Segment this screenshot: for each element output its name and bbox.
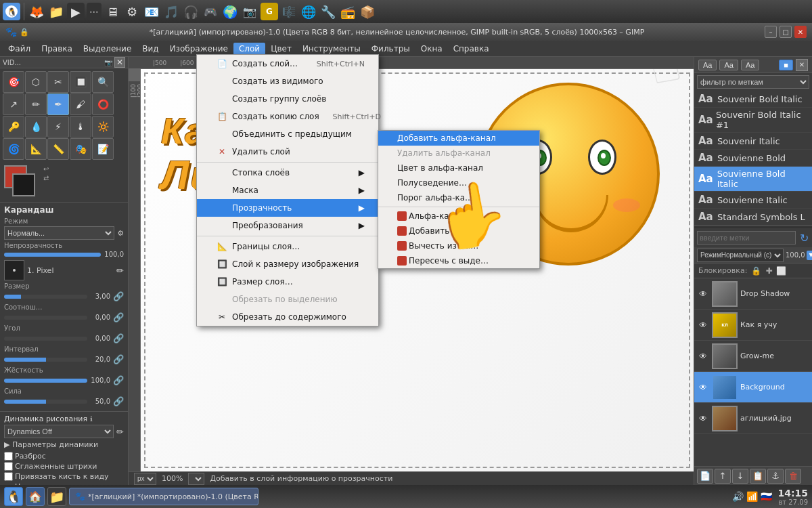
tool-2[interactable]: ⬡ — [25, 71, 47, 93]
font-item-4[interactable]: Aa Souvienne Bold Italic — [694, 167, 812, 192]
menu-image[interactable]: Изображение — [164, 43, 233, 55]
layer-dropdown-menu[interactable]: 📄 Создать слой… Shift+Ctrl+N Создать из … — [196, 57, 379, 326]
layer-item-3[interactable]: 👁 Background — [694, 372, 812, 403]
scatter-checkbox[interactable] — [4, 452, 13, 461]
interval-slider[interactable] — [4, 358, 87, 362]
font-tag-input[interactable] — [697, 231, 796, 245]
radio-icon[interactable]: 📻 — [339, 3, 357, 20]
more-icon[interactable]: ⋯ — [87, 3, 102, 20]
tb-browser-btn[interactable]: 📁 — [47, 487, 66, 506]
layer-new-btn[interactable]: 📄 — [697, 469, 713, 484]
hardness-extra[interactable]: 🔗 — [113, 375, 124, 385]
layer-eye-1[interactable]: 👁 — [697, 319, 709, 331]
layer-eye-4[interactable]: 👁 — [697, 412, 709, 425]
sub-intersect-sel[interactable]: Пересечь с выде… — [378, 253, 539, 268]
tool-9[interactable]: 🖌 — [70, 93, 91, 115]
maximize-button[interactable]: □ — [780, 26, 792, 38]
layer-eye-2[interactable]: 👁 — [697, 350, 709, 362]
menu-edit[interactable]: Правка — [36, 43, 78, 55]
menu-layer-bounds[interactable]: 📐 Границы слоя… — [197, 238, 378, 255]
pkg-icon[interactable]: 📦 — [359, 3, 376, 20]
toolbox-close-btn[interactable]: ✕ — [114, 57, 125, 68]
layer-raise-btn[interactable]: ↑ — [715, 469, 731, 484]
tool-3[interactable]: ✂ — [47, 71, 69, 93]
settings-icon[interactable]: 🔧 — [319, 3, 337, 20]
font-item-3[interactable]: Aa Souvienne Bold — [694, 150, 812, 167]
taskbar-gimp-task[interactable]: 🐾 *[аглицкий] *(импортировано)-1.0 (Цвет… — [69, 488, 258, 505]
email-icon[interactable]: 📧 — [143, 3, 160, 20]
tool-7[interactable]: ✏ — [25, 93, 47, 115]
layer-eye-3[interactable]: 👁 — [697, 381, 709, 394]
font-btn-1[interactable]: Aa — [698, 60, 717, 70]
audio-icon[interactable]: 🎧 — [182, 3, 200, 20]
menu-help[interactable]: Справка — [448, 43, 495, 55]
tray-flag-icon[interactable]: 🇷🇺 — [761, 491, 772, 502]
tool-13[interactable]: ⚡ — [47, 116, 69, 137]
close-button[interactable]: ✕ — [794, 26, 807, 38]
mode-extra-btn[interactable]: ⚙ — [117, 229, 124, 238]
sub-threshold-alpha[interactable]: Порог альфа-ка… — [378, 190, 539, 205]
swap-colors-btn[interactable]: ⇄ — [43, 174, 49, 182]
layers-mode-select[interactable]: РежимНормальный (с) — [697, 249, 784, 262]
angle-slider[interactable] — [4, 337, 87, 341]
layer-anchor-btn[interactable]: ⚓ — [767, 469, 784, 484]
browser-icon[interactable]: 🌐 — [300, 3, 317, 20]
ratio-extra[interactable]: 🔗 — [113, 312, 124, 322]
menu-view[interactable]: Вид — [137, 43, 164, 55]
menu-create-group[interactable]: Создать группу слоёв — [197, 90, 378, 108]
layer-duplicate-btn[interactable]: 📋 — [750, 469, 766, 484]
tool-6[interactable]: ↗ — [3, 93, 24, 115]
sub-color-to-alpha[interactable]: Цвет в альфа-канал — [378, 161, 539, 175]
tool-20[interactable]: 📝 — [92, 138, 114, 160]
music2-icon[interactable]: 🎼 — [280, 3, 298, 20]
pencil-tool[interactable]: ✒ — [47, 93, 69, 115]
reset-colors-btn[interactable]: ↩ — [43, 165, 49, 173]
tool-19[interactable]: 🎭 — [70, 138, 91, 160]
layer-item-1[interactable]: 👁 KЛ Как я учу — [694, 310, 812, 341]
hardness-slider[interactable] — [4, 379, 87, 383]
smooth-checkbox[interactable] — [4, 462, 13, 471]
display-icon[interactable]: 🖥 — [104, 3, 121, 20]
blend-mode-select[interactable]: Нормаль... — [4, 226, 114, 240]
menu-file[interactable]: Файл — [3, 43, 36, 55]
lock-brush-checkbox[interactable] — [4, 472, 13, 481]
tool-14[interactable]: 🌡 — [70, 116, 91, 137]
menu-filters[interactable]: Фильтры — [366, 43, 415, 55]
start-button[interactable]: 🐧 — [3, 3, 20, 20]
font-btn-4[interactable]: ■ — [779, 60, 793, 70]
lock-alpha-icon[interactable]: ⬜ — [776, 266, 786, 276]
sub-subtract-from-sel[interactable]: Вычесть из вы… — [378, 238, 539, 253]
music-icon[interactable]: 🎵 — [162, 3, 180, 20]
font-filter-select[interactable]: фильтр по меткам — [697, 75, 809, 89]
tool-12[interactable]: 💧 — [25, 116, 47, 137]
terminal-icon[interactable]: ▶ — [67, 3, 85, 20]
layer-item-2[interactable]: 👁 Grow-me — [694, 341, 812, 372]
app5-icon[interactable]: ⚙ — [123, 3, 141, 20]
globe-icon[interactable]: 🌍 — [221, 3, 239, 20]
menu-select[interactable]: Выделение — [78, 43, 137, 55]
tool-1[interactable]: 🎯 — [3, 71, 24, 93]
transparency-submenu[interactable]: Добавить альфа-канал Удалить альфа-канал… — [378, 130, 540, 269]
layer-delete-btn[interactable]: 🗑 — [785, 469, 801, 484]
gamepad-icon[interactable]: 🎮 — [202, 3, 219, 20]
menu-transparency[interactable]: Прозрачность ▶ — [197, 199, 378, 217]
layers-opacity-lock-btn[interactable]: ▼ — [807, 251, 812, 260]
layer-eye-0[interactable]: 👁 — [697, 288, 709, 300]
sub-remove-alpha[interactable]: Удалить альфа-канал — [378, 146, 539, 161]
tb-file-manager-btn[interactable]: 🐧 — [4, 487, 23, 506]
font-item-2[interactable]: Aa Souvenir Italic — [694, 133, 812, 150]
menu-merge-prev[interactable]: Объединить с предыдущим — [197, 125, 378, 143]
font-refresh-btn[interactable]: ↻ — [798, 230, 809, 245]
tray-speaker-icon[interactable]: 🔊 — [732, 491, 744, 502]
size-slider[interactable] — [4, 295, 87, 299]
layer-item-0[interactable]: 👁 Drop Shadow — [694, 278, 812, 310]
menu-duplicate-layer[interactable]: 📋 Создать копию слоя Shift+Ctrl+D — [197, 108, 378, 125]
zoom-select[interactable]: ▼ — [188, 473, 204, 485]
menu-create-from-visible[interactable]: Создать из видимого — [197, 72, 378, 90]
gimp-icon[interactable]: G — [261, 3, 278, 20]
font-panel-close-btn[interactable]: ✕ — [796, 59, 808, 71]
menu-scale-layer[interactable]: 🔲 Размер слоя… — [197, 273, 378, 291]
system-clock[interactable]: 14:15 вт 27.09 — [777, 488, 808, 506]
menu-layer-stack[interactable]: Стопка слоёв ▶ — [197, 164, 378, 182]
tray-network-icon[interactable]: 📶 — [746, 491, 758, 502]
